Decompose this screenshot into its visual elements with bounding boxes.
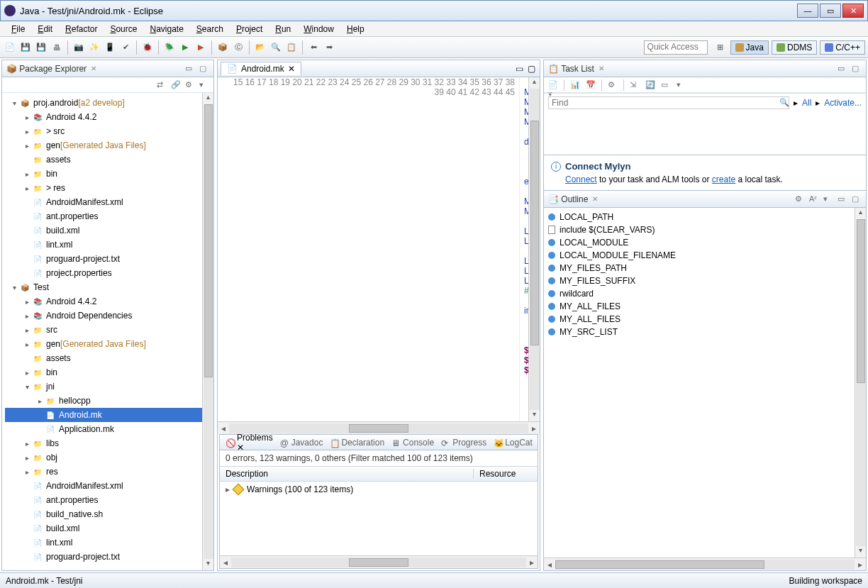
menu-run[interactable]: Run — [269, 23, 296, 35]
menu-file[interactable]: File — [6, 23, 30, 35]
maximize-view-icon[interactable]: ▢ — [199, 64, 209, 74]
task-icon[interactable]: 📋 — [284, 40, 299, 55]
tree-node[interactable]: 📄proguard-project.txt — [5, 252, 202, 266]
outline-item[interactable]: LOCAL_MODULE_FILENAME — [544, 249, 855, 262]
tree-node[interactable]: ▸📁gen [Generated Java Files] — [5, 138, 202, 152]
outline-item[interactable]: MY_ALL_FILES — [544, 313, 855, 326]
wand-icon[interactable]: ✨ — [87, 40, 101, 55]
outline-item[interactable]: MY_FILES_SUFFIX — [544, 274, 855, 287]
bottom-tab-console[interactable]: 🖥Console — [391, 438, 434, 448]
tree-node[interactable]: 📁assets — [5, 152, 202, 167]
close-tab-icon[interactable]: ✕ — [288, 64, 295, 74]
bug-icon[interactable]: 🪲 — [162, 40, 177, 55]
sync-icon[interactable]: 🔄 — [645, 80, 655, 90]
outline-item[interactable]: MY_SRC_LIST — [544, 326, 855, 338]
editor-area[interactable]: 15 16 17 18 19 20 21 22 23 24 25 26 27 2… — [218, 77, 528, 421]
bottom-tab-declaration[interactable]: 📋Declaration — [330, 438, 384, 448]
categorize-icon[interactable]: 📊 — [570, 80, 580, 90]
tree-node[interactable]: 📄build.xml — [5, 223, 202, 238]
tree-node[interactable]: ▸📁> res — [5, 181, 202, 195]
search-icon[interactable]: 🔍 — [269, 40, 283, 55]
back-icon[interactable]: ⬅ — [306, 40, 321, 55]
tree-node[interactable]: 📄AndroidManifest.xml — [5, 195, 202, 209]
tree-node[interactable]: ▸📁bin — [5, 365, 202, 379]
mylyn-create-link[interactable]: create — [712, 174, 735, 184]
camera-icon[interactable]: 📷 — [72, 40, 86, 55]
tree-node[interactable]: 📁assets — [5, 351, 202, 365]
menu-project[interactable]: Project — [230, 23, 268, 35]
tree-node[interactable]: 📄build.xml — [5, 521, 202, 536]
close-icon[interactable]: ✕ — [592, 195, 601, 204]
chevron-right-icon[interactable]: ▸ — [794, 98, 798, 108]
tree-node[interactable]: 📄lint.xml — [5, 536, 202, 550]
editor-hscrollbar[interactable]: ◂▸ — [218, 421, 540, 434]
tree-node[interactable]: ▸📁res — [5, 465, 202, 479]
tree-node[interactable]: ▸📁obj — [5, 450, 202, 465]
print-icon[interactable]: 🖶 — [50, 40, 64, 55]
outline-vscrollbar[interactable]: ▴▾ — [855, 208, 866, 558]
outline-item[interactable]: include $(CLEAR_VARS) — [544, 223, 855, 236]
new-class-icon[interactable]: Ⓒ — [231, 40, 245, 55]
tree-node[interactable]: 📄Application.mk — [5, 422, 202, 436]
tree-node[interactable]: ▸📁bin — [5, 167, 202, 181]
menu-edit[interactable]: Edit — [32, 23, 58, 35]
menu-source[interactable]: Source — [104, 23, 143, 35]
perspective-java[interactable]: Java — [730, 40, 769, 55]
debug-icon[interactable]: 🐞 — [140, 40, 155, 55]
open-perspective-icon[interactable]: ⊞ — [713, 40, 728, 55]
tree-node[interactable]: 📄ant.properties — [5, 209, 202, 223]
minimize-view-icon[interactable]: ▭ — [185, 64, 195, 74]
col-resource[interactable]: Resource — [474, 469, 538, 479]
tree-node[interactable]: 📄lint.xml — [5, 238, 202, 252]
quick-access-input[interactable]: Quick Access — [644, 40, 708, 55]
new-pkg-icon[interactable]: 📦 — [216, 40, 230, 55]
filter-icon[interactable]: ⚙ — [185, 80, 195, 90]
close-button[interactable]: ✕ — [842, 4, 864, 18]
task-activate-link[interactable]: Activate... — [824, 98, 862, 108]
problems-row[interactable]: ▸ Warnings (100 of 123 items) — [220, 482, 538, 497]
tree-node[interactable]: ▸📁hellocpp — [5, 394, 202, 408]
problems-table-header[interactable]: Description Resource — [220, 466, 538, 482]
maximize-button[interactable]: ▭ — [820, 4, 841, 18]
new-icon[interactable]: 📄 — [3, 40, 17, 55]
perspective-ddms[interactable]: DDMS — [772, 40, 817, 55]
tree-node[interactable]: ▸📁libs — [5, 436, 202, 450]
bottom-tab-error-log[interactable]: ⚠Error Log — [540, 433, 540, 453]
tree-node[interactable]: 📄proguard-project.txt — [5, 550, 202, 564]
maximize-view-icon[interactable]: ▢ — [852, 64, 862, 74]
tree-node[interactable]: 📄Android.mk — [5, 408, 202, 422]
tree-node[interactable]: ▸📁> src — [5, 124, 202, 138]
menu-navigate[interactable]: Navigate — [144, 23, 189, 35]
outline-item[interactable]: LOCAL_MODULE — [544, 236, 855, 249]
task-all-link[interactable]: All — [802, 98, 811, 108]
hide-icon[interactable]: ▭ — [661, 80, 671, 90]
bottom-tab-problems[interactable]: 🚫Problems ✕ — [226, 433, 273, 453]
maximize-editor-icon[interactable]: ▢ — [528, 64, 535, 74]
view-menu-icon[interactable]: ▾ — [199, 80, 209, 90]
run-icon[interactable]: ▶ — [178, 40, 192, 55]
outline-item[interactable]: MY_ALL_FILES — [544, 300, 855, 313]
search-icon[interactable]: 🔍 — [779, 98, 789, 108]
minimize-button[interactable]: — — [797, 4, 818, 18]
task-find-input[interactable] — [548, 96, 789, 109]
bottom-tab-javadoc[interactable]: @Javadoc — [280, 438, 323, 448]
editor-tab-android-mk[interactable]: 📄 Android.mk ✕ — [221, 62, 301, 75]
minimize-view-icon[interactable]: ▭ — [838, 194, 847, 204]
package-tree[interactable]: ▾📦proj.android [a2 develop]▸📚Android 4.4… — [2, 93, 202, 570]
close-icon[interactable]: ✕ — [91, 65, 99, 73]
save-all-icon[interactable]: 💾 — [34, 40, 48, 55]
focus-icon[interactable]: ⚙ — [608, 80, 618, 90]
perspective-cc[interactable]: C/C++ — [820, 40, 865, 55]
col-description[interactable]: Description — [220, 469, 474, 479]
expand-icon[interactable]: ▸ — [226, 484, 230, 494]
tree-node[interactable]: ▸📚Android 4.4.2 — [5, 110, 202, 124]
save-icon[interactable]: 💾 — [18, 40, 33, 55]
link-editor-icon[interactable]: 🔗 — [171, 80, 181, 90]
sort-icon[interactable]: ⚙ — [795, 194, 805, 204]
new-task-icon[interactable]: 📄▾ — [548, 80, 558, 90]
outline-list[interactable]: LOCAL_PATHinclude $(CLEAR_VARS)LOCAL_MOD… — [544, 208, 855, 558]
minimize-editor-icon[interactable]: ▭ — [516, 64, 523, 74]
maximize-view-icon[interactable]: ▢ — [852, 194, 862, 204]
collapse-icon[interactable]: ⇲ — [630, 80, 640, 90]
ext-run-icon[interactable]: ▶ — [194, 40, 208, 55]
